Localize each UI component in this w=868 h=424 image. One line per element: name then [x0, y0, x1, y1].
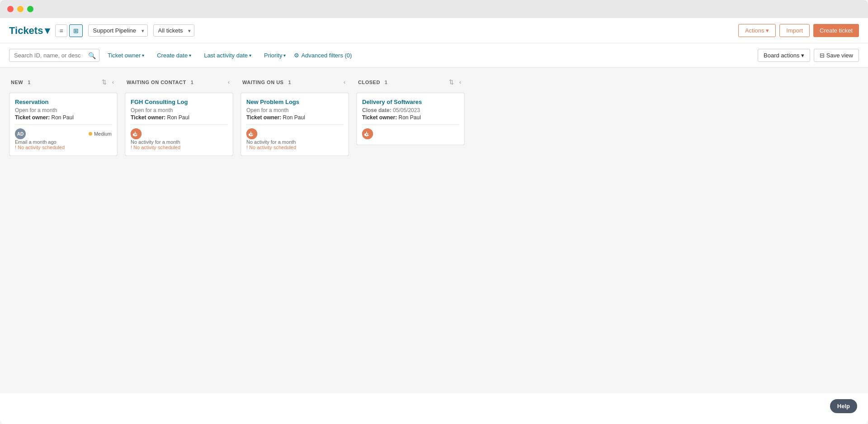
board-actions-button[interactable]: Board actions ▾	[758, 49, 810, 62]
ticket-owner-delivery: Ticket owner: Ron Paul	[362, 114, 459, 121]
column-new-body: Reservation Open for a month Ticket owne…	[9, 93, 118, 364]
actions-button[interactable]: Actions ▾	[738, 24, 776, 37]
minimize-button[interactable]	[17, 6, 24, 12]
priority-caret-icon: ▾	[283, 53, 286, 58]
column-waiting-us-title: WAITING ON US	[242, 80, 283, 85]
column-waiting-us-collapse-icon[interactable]: ‹	[342, 78, 347, 86]
ticket-card-newproblems: New Problem Logs Open for a month Ticket…	[241, 93, 349, 156]
ticket-owner-reservation: Ticket owner: Ron Paul	[15, 114, 112, 121]
kanban-board: NEW 1 ⇅ ‹ Reservation Open for a month T…	[0, 68, 868, 393]
avatar-hs-delivery	[362, 128, 373, 139]
ticket-footer-newproblems	[246, 128, 343, 139]
ticket-footer-delivery	[362, 128, 459, 139]
priority-badge-reservation: Medium	[89, 131, 112, 137]
ticket-divider-newproblems	[246, 124, 343, 125]
import-button[interactable]: Import	[779, 24, 810, 37]
column-closed-actions: ⇅ ‹	[447, 78, 463, 86]
title-caret-icon: ▾	[45, 25, 50, 37]
list-view-button[interactable]: ≡	[55, 24, 67, 37]
column-waiting-contact-actions: ‹	[226, 78, 231, 86]
ticket-card-delivery: Delivery of Softwares Close date: 05/05/…	[356, 93, 465, 145]
create-date-filter-button[interactable]: Create date ▾	[152, 49, 196, 61]
ticket-meta-fgh: Open for a month	[131, 107, 227, 113]
column-new-sort-icon[interactable]: ⇅	[100, 78, 108, 86]
column-waiting-contact: WAITING ON CONTACT 1 ‹ FGH Consulting Lo…	[125, 75, 233, 386]
ticket-divider-fgh	[131, 124, 227, 125]
ticket-title-delivery[interactable]: Delivery of Softwares	[362, 99, 459, 105]
ticket-owner-filter-button[interactable]: Ticket owner ▾	[103, 49, 149, 61]
nav-right: Actions ▾ Import Create ticket	[738, 24, 859, 37]
ticket-divider-delivery	[362, 124, 459, 125]
view-toggle: ≡ ⊞	[55, 24, 82, 37]
ticket-footer-reservation: AD Medium	[15, 128, 112, 139]
ticket-owner-fgh: Ticket owner: Ron Paul	[131, 114, 227, 121]
page-title: Tickets	[9, 25, 43, 37]
column-new-actions: ⇅ ‹	[100, 78, 116, 86]
tickets-title[interactable]: Tickets ▾	[9, 25, 50, 37]
column-new-collapse-icon[interactable]: ‹	[110, 78, 116, 86]
search-icon[interactable]: 🔍	[88, 52, 96, 59]
column-closed: CLOSED 1 ⇅ ‹ Delivery of Softwares Close…	[356, 75, 465, 386]
help-button[interactable]: Help	[830, 399, 857, 413]
ticket-owner-newproblems: Ticket owner: Ron Paul	[246, 114, 343, 121]
column-waiting-us-body: New Problem Logs Open for a month Ticket…	[241, 93, 349, 364]
column-new-title: NEW	[11, 80, 23, 85]
column-closed-collapse-icon[interactable]: ‹	[458, 78, 463, 86]
avatar-ad: AD	[15, 128, 26, 139]
close-button[interactable]	[7, 6, 14, 12]
pipeline-select-wrapper: Support Pipeline	[88, 24, 148, 37]
filterbar: 🔍 Ticket owner ▾ Create date ▾ Last acti…	[0, 43, 868, 68]
no-activity-fgh: ! No activity scheduled	[131, 145, 227, 150]
column-new-header: NEW 1 ⇅ ‹	[9, 75, 118, 89]
filter-select-wrapper: All tickets	[153, 24, 194, 37]
column-waiting-us-header: WAITING ON US 1 ‹	[241, 75, 349, 89]
column-waiting-us-count: 1	[288, 80, 291, 85]
ticket-filter-select[interactable]: All tickets	[153, 24, 194, 37]
pipeline-select[interactable]: Support Pipeline	[88, 24, 148, 37]
ticket-title-newproblems[interactable]: New Problem Logs	[246, 99, 343, 105]
search-input[interactable]	[9, 49, 99, 62]
column-waiting-contact-title: WAITING ON CONTACT	[127, 80, 186, 85]
ticket-divider	[15, 124, 112, 125]
priority-filter-button[interactable]: Priority ▾	[259, 49, 290, 61]
column-waiting-contact-count: 1	[191, 80, 193, 85]
titlebar	[0, 0, 868, 18]
advanced-filters-button[interactable]: ⚙ Advanced filters (0)	[294, 52, 352, 59]
ticket-title-reservation[interactable]: Reservation	[15, 99, 112, 105]
column-closed-title: CLOSED	[358, 80, 380, 85]
filter-lines-icon: ⚙	[294, 52, 299, 59]
no-activity-newproblems: ! No activity scheduled	[246, 145, 343, 150]
column-closed-count: 1	[385, 80, 387, 85]
column-closed-body: Delivery of Softwares Close date: 05/05/…	[356, 93, 465, 364]
no-activity-reservation: ! No activity scheduled	[15, 145, 112, 150]
ticket-title-fgh[interactable]: FGH Consulting Log	[131, 99, 227, 105]
column-closed-header: CLOSED 1 ⇅ ‹	[356, 75, 465, 89]
priority-dot-icon	[89, 132, 92, 136]
avatar-hs-newproblems	[246, 128, 257, 139]
column-waiting-us: WAITING ON US 1 ‹ New Problem Logs Open …	[241, 75, 349, 386]
app-container: Tickets ▾ ≡ ⊞ Support Pipeline All ticke…	[0, 18, 868, 424]
activity-text-fgh: No activity for a month	[131, 139, 227, 145]
column-closed-sort-icon[interactable]: ⇅	[447, 78, 456, 86]
grid-view-button[interactable]: ⊞	[69, 24, 83, 37]
search-wrapper: 🔍	[9, 49, 99, 62]
ticket-closedate-delivery: Close date: 05/05/2023	[362, 107, 459, 113]
column-waiting-contact-header: WAITING ON CONTACT 1 ‹	[125, 75, 233, 89]
last-activity-filter-button[interactable]: Last activity date ▾	[199, 49, 256, 61]
maximize-button[interactable]	[27, 6, 33, 12]
ticket-meta-newproblems: Open for a month	[246, 107, 343, 113]
column-new-count: 1	[28, 80, 30, 85]
ticket-footer-fgh	[131, 128, 227, 139]
ticket-meta-reservation: Open for a month	[15, 107, 112, 113]
ticket-card-fgh: FGH Consulting Log Open for a month Tick…	[125, 93, 233, 156]
save-view-button[interactable]: ⊟ Save view	[814, 49, 859, 62]
avatar-hs-fgh	[131, 128, 142, 139]
ticket-owner-caret-icon: ▾	[142, 53, 144, 58]
create-ticket-button[interactable]: Create ticket	[813, 24, 859, 37]
navbar: Tickets ▾ ≡ ⊞ Support Pipeline All ticke…	[0, 18, 868, 43]
last-activity-caret-icon: ▾	[249, 53, 251, 58]
column-new: NEW 1 ⇅ ‹ Reservation Open for a month T…	[9, 75, 118, 386]
activity-text-newproblems: No activity for a month	[246, 139, 343, 145]
activity-text-reservation: Email a month ago	[15, 139, 112, 145]
column-waiting-contact-collapse-icon[interactable]: ‹	[226, 78, 231, 86]
